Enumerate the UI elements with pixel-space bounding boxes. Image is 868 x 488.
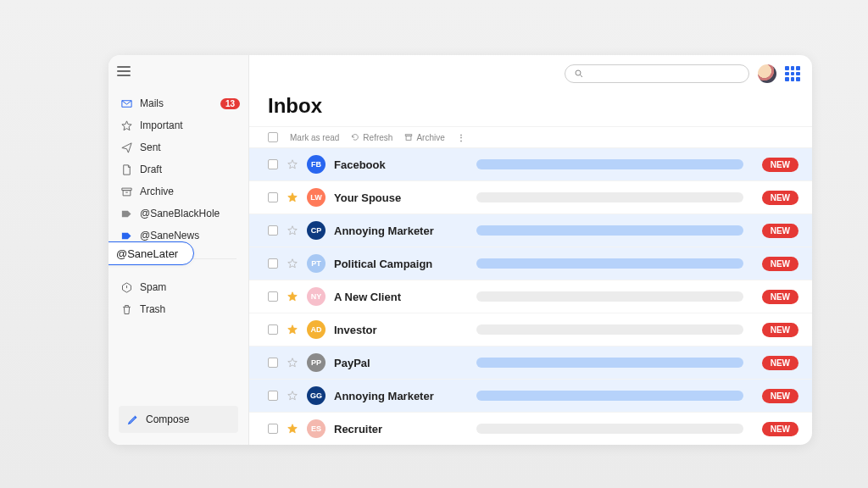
message-preview-bar	[476, 192, 743, 202]
star-icon[interactable]	[287, 423, 298, 435]
refresh-button[interactable]: Refresh	[351, 133, 392, 142]
sidebar-nav: Mails13ImportantSentDraftArchive@SaneBla…	[108, 87, 248, 247]
unread-count-badge: 13	[220, 98, 240, 109]
row-checkbox[interactable]	[268, 225, 278, 236]
star-icon[interactable]	[287, 225, 298, 236]
selected-tag-pill[interactable]: @SaneLater	[108, 241, 194, 265]
sender-avatar: CP	[307, 221, 326, 240]
svg-point-0	[576, 70, 581, 75]
draft-icon	[120, 164, 133, 176]
sidebar-item-label: Sent	[140, 141, 248, 153]
sender-avatar: GG	[307, 386, 326, 405]
star-icon	[120, 119, 133, 132]
compose-button[interactable]: Compose	[119, 406, 238, 433]
row-checkbox[interactable]	[268, 258, 278, 269]
row-checkbox[interactable]	[268, 358, 278, 368]
message-row[interactable]: FBFacebookNEW	[249, 148, 812, 181]
new-badge: NEW	[762, 323, 798, 337]
send-icon	[120, 141, 133, 154]
list-toolbar: Mark as read Refresh Archive ⋮	[249, 126, 812, 148]
sidebar-item--saneblackhole[interactable]: @SaneBlackHole	[108, 202, 248, 225]
new-badge: NEW	[762, 290, 798, 304]
message-row[interactable]: PTPolitical CampaignNEW	[249, 247, 812, 280]
apps-grid-button[interactable]	[785, 66, 800, 81]
sender-name: Annoying Marketer	[334, 225, 468, 237]
row-checkbox[interactable]	[268, 291, 278, 302]
sender-name: Investor	[334, 324, 468, 336]
more-actions-button[interactable]: ⋮	[457, 133, 466, 142]
topbar	[249, 55, 812, 92]
sender-avatar: NY	[307, 287, 326, 306]
sender-name: Recruiter	[334, 423, 468, 435]
mark-as-read-button[interactable]: Mark as read	[290, 133, 339, 142]
sidebar-item-spam[interactable]: Spam	[108, 276, 248, 298]
sidebar-item-archive[interactable]: Archive	[108, 180, 248, 202]
star-icon[interactable]	[287, 291, 298, 302]
svg-rect-2	[406, 136, 411, 140]
star-icon[interactable]	[287, 258, 298, 269]
sender-avatar: AD	[307, 320, 326, 339]
main-pane: Inbox Mark as read Refresh Archive ⋮ FBF…	[249, 55, 812, 445]
message-preview-bar	[476, 225, 743, 236]
sidebar-item-label: Important	[140, 119, 248, 131]
user-avatar[interactable]	[758, 64, 776, 83]
message-row[interactable]: LWYour SpouseNEW	[249, 181, 812, 214]
message-row[interactable]: ESRecruiterNEW	[249, 413, 812, 445]
row-checkbox[interactable]	[268, 324, 278, 335]
spam-icon	[120, 281, 133, 294]
star-icon[interactable]	[287, 324, 298, 336]
message-preview-bar	[476, 391, 743, 401]
pencil-icon	[127, 413, 139, 425]
new-badge: NEW	[762, 356, 798, 370]
new-badge: NEW	[762, 389, 798, 403]
sender-name: A New Client	[334, 291, 468, 303]
sender-avatar: LW	[307, 188, 326, 207]
sidebar-item-mails[interactable]: Mails13	[108, 92, 248, 114]
sidebar-item-important[interactable]: Important	[108, 114, 248, 136]
new-badge: NEW	[762, 158, 798, 172]
new-badge: NEW	[762, 224, 798, 238]
sender-name: Facebook	[334, 158, 468, 171]
sidebar-item-label: Mails	[140, 97, 214, 109]
message-row[interactable]: NYA New ClientNEW	[249, 280, 812, 313]
star-icon[interactable]	[287, 357, 298, 369]
message-row[interactable]: PPPayPalNEW	[249, 347, 812, 380]
search-input[interactable]	[565, 64, 749, 83]
archive-button[interactable]: Archive	[404, 133, 444, 142]
refresh-icon	[351, 133, 359, 141]
message-row[interactable]: GGAnnoying MarketerNEW	[249, 380, 812, 413]
sender-avatar: PT	[307, 254, 326, 273]
row-checkbox[interactable]	[268, 424, 278, 434]
sidebar-item-label: @SaneNews	[140, 230, 248, 241]
sidebar-item-trash[interactable]: Trash	[108, 298, 248, 320]
selected-tag-label: @SaneLater	[116, 247, 178, 260]
sidebar: Mails13ImportantSentDraftArchive@SaneBla…	[108, 55, 249, 445]
trash-icon	[120, 303, 133, 316]
sidebar-item-sent[interactable]: Sent	[108, 136, 248, 158]
star-icon[interactable]	[287, 158, 298, 170]
tag-gray-icon	[120, 208, 133, 220]
sidebar-item-label: @SaneBlackHole	[140, 208, 248, 219]
sidebar-item-label: Trash	[140, 303, 248, 315]
sidebar-item-label: Draft	[140, 164, 248, 175]
tag-blue-icon	[120, 230, 133, 242]
row-checkbox[interactable]	[268, 391, 278, 401]
email-app-window: Mails13ImportantSentDraftArchive@SaneBla…	[108, 55, 812, 445]
hamburger-menu-button[interactable]	[117, 64, 248, 79]
message-row[interactable]: ADInvestorNEW	[249, 313, 812, 347]
sidebar-item-draft[interactable]: Draft	[108, 158, 248, 180]
message-row[interactable]: CPAnnoying MarketerNEW	[249, 214, 812, 247]
message-preview-bar	[476, 258, 743, 269]
compose-label: Compose	[146, 413, 189, 425]
row-checkbox[interactable]	[268, 192, 278, 202]
star-icon[interactable]	[287, 390, 298, 402]
star-icon[interactable]	[287, 191, 298, 203]
sender-name: Your Spouse	[334, 191, 468, 204]
sender-name: PayPal	[334, 357, 468, 369]
search-icon	[574, 69, 584, 79]
row-checkbox[interactable]	[268, 159, 278, 169]
mail-icon	[120, 97, 133, 110]
sidebar-item-label: Archive	[140, 186, 248, 197]
select-all-checkbox[interactable]	[268, 132, 278, 142]
message-preview-bar	[476, 291, 743, 302]
